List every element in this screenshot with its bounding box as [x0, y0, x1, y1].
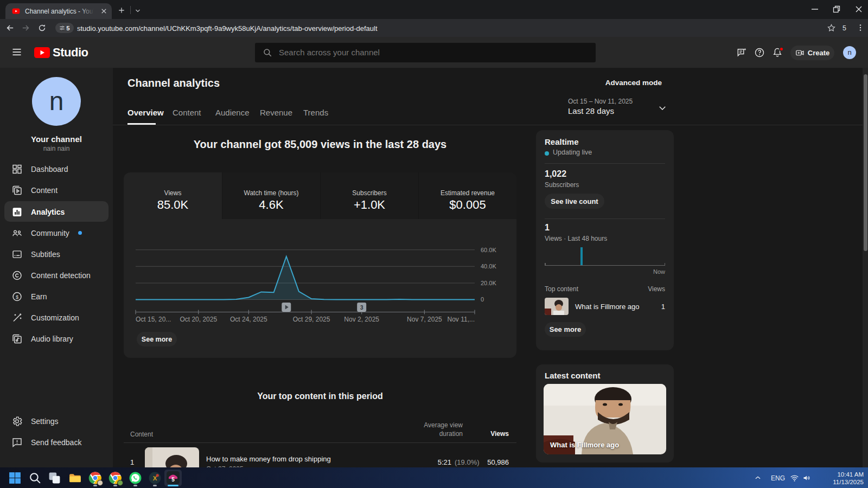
start-button-icon[interactable]	[8, 471, 22, 485]
new-tab-icon[interactable]	[118, 7, 125, 14]
realtime-card: Realtime Updating live 1,022 Subscribers…	[536, 130, 674, 350]
speaker-icon[interactable]	[802, 473, 812, 483]
sidebar-item-community[interactable]: Community	[0, 222, 113, 243]
copyright-icon	[11, 269, 23, 281]
browser-menu-icon[interactable]	[856, 23, 865, 32]
reload-icon[interactable]	[37, 23, 47, 33]
wifi-icon[interactable]	[790, 473, 799, 483]
channel-avatar[interactable]: n	[32, 77, 81, 126]
realtime-item-thumbnail[interactable]	[545, 298, 569, 315]
taskbar: X 5 ENG 10:41 AM 11/13/2025	[0, 467, 868, 488]
forward-icon[interactable]	[21, 23, 30, 33]
metric-tab-watch-time[interactable]: Watch time (hours) 4.6K	[222, 172, 320, 219]
chrome-profile2-icon[interactable]	[108, 471, 122, 485]
metric-value: +1.0K	[321, 198, 418, 212]
realtime-item-title[interactable]: What is Fillmore ago	[575, 303, 639, 311]
taskbar-search-icon[interactable]	[28, 471, 42, 485]
metric-tab-views[interactable]: Views 85.0K	[124, 172, 222, 219]
community-icon	[11, 227, 23, 239]
tab-audience[interactable]: Audience	[215, 108, 250, 117]
language-indicator[interactable]: ENG	[771, 474, 785, 482]
sidebar-item-earn[interactable]: $ Earn	[0, 286, 113, 307]
window-close-icon[interactable]	[854, 5, 863, 14]
see-more-button[interactable]: See more	[137, 332, 177, 346]
advanced-mode-link[interactable]: Advanced mode	[599, 79, 662, 87]
task-view-icon[interactable]	[48, 471, 61, 485]
date-range: Oct 15 – Nov 11, 2025	[568, 98, 633, 105]
window-minimize-icon[interactable]	[810, 5, 819, 13]
game-app-icon[interactable]: X	[148, 471, 162, 485]
toolbar-badge-count[interactable]: 5	[843, 24, 846, 32]
sidebar-item-analytics[interactable]: Analytics	[0, 201, 113, 222]
sidebar-item-label: Content	[31, 186, 58, 195]
tray-chevron-icon[interactable]	[754, 474, 762, 481]
date-preset[interactable]: Last 28 days	[568, 106, 614, 115]
tab-content[interactable]: Content	[173, 108, 201, 117]
sidebar-item-settings[interactable]: Settings	[0, 410, 113, 432]
latest-video-thumbnail[interactable]: What is Fillmore ago	[544, 384, 666, 454]
tab-trends[interactable]: Trends	[303, 108, 328, 117]
clock[interactable]: 10:41 AM 11/13/2025	[814, 471, 864, 486]
x-axis-label: Nov 7, 2025	[407, 316, 442, 323]
scrollbar-thumb[interactable]	[864, 74, 867, 251]
running-indicator	[133, 485, 137, 486]
bookmark-star-icon[interactable]	[827, 23, 836, 33]
sidebar-item-content-detection[interactable]: Content detection	[0, 265, 113, 286]
audio-library-icon	[11, 333, 23, 344]
views-line-chart[interactable]: 60.0K 40.0K 20.0K 0 Oct 15, 20... Oct 20…	[124, 219, 516, 328]
date-dropdown-chevron-icon[interactable]	[658, 103, 667, 113]
file-explorer-icon[interactable]	[68, 471, 82, 485]
subs-count: 1,022	[545, 169, 566, 179]
sidebar-item-send-feedback[interactable]: Send feedback	[0, 432, 113, 453]
whatsapp-icon[interactable]	[129, 471, 142, 485]
realtime-baseline	[545, 265, 665, 266]
sidebar-item-content[interactable]: Content	[0, 179, 113, 201]
sidebar-item-subtitles[interactable]: Subtitles	[0, 243, 113, 265]
feedback-icon[interactable]	[736, 47, 747, 58]
tray-time: 10:41 AM	[814, 471, 864, 478]
back-icon[interactable]	[5, 23, 15, 33]
site-info-badge[interactable]: 5	[55, 23, 74, 33]
create-button[interactable]: Create	[790, 46, 834, 60]
sidebar-item-customization[interactable]: Customization	[0, 307, 113, 328]
sidebar: n Your channel nain nain Dashboard Conte…	[0, 68, 113, 467]
url-text[interactable]: studio.youtube.com/channel/UChKKm3pqft-9…	[77, 24, 378, 33]
active-app-icon: 5	[167, 471, 180, 484]
account-avatar[interactable]: n	[843, 46, 856, 59]
realtime-bar	[580, 247, 583, 266]
sidebar-item-audio-library[interactable]: Audio library	[0, 328, 113, 349]
content-icon	[11, 184, 23, 196]
latest-content-title: Latest content	[545, 371, 601, 380]
see-live-count-button[interactable]: See live count	[545, 194, 604, 209]
window-restore-icon[interactable]	[832, 5, 841, 14]
realtime-see-more-button[interactable]: See more	[545, 322, 586, 337]
dashboard-icon	[11, 163, 23, 175]
search-box[interactable]: Search across your channel	[255, 43, 596, 62]
tab-list-chevron-icon[interactable]	[135, 8, 141, 14]
count-marker-chip[interactable]: 3	[357, 303, 366, 312]
realtime-bar-chart[interactable]	[545, 245, 665, 266]
sidebar-item-dashboard[interactable]: Dashboard	[0, 158, 113, 179]
col-views[interactable]: Views	[465, 430, 509, 438]
realtime-item-views: 1	[643, 303, 665, 311]
video-marker-chip[interactable]	[282, 303, 291, 312]
x-axis-label: Oct 20, 2025	[180, 316, 217, 323]
metric-label: Subscribers	[321, 189, 418, 197]
svg-text:$: $	[16, 294, 18, 299]
col-avd-line2[interactable]: duration	[409, 430, 463, 438]
x-axis-label: Oct 15, 20...	[136, 316, 171, 323]
tab-overview[interactable]: Overview	[127, 108, 164, 117]
hamburger-menu-icon[interactable]	[12, 48, 22, 56]
chrome-profile1-icon[interactable]	[88, 471, 102, 485]
create-video-icon	[795, 48, 805, 57]
tab-close-icon[interactable]	[100, 8, 107, 15]
metric-tab-subscribers[interactable]: Subscribers +1.0K	[320, 172, 418, 219]
col-avd-line1[interactable]: Average view	[409, 421, 463, 429]
metric-tab-revenue[interactable]: Estimated revenue $0.005	[418, 172, 516, 219]
help-icon[interactable]	[754, 47, 765, 58]
community-new-dot	[78, 231, 82, 235]
active-app-bg[interactable]: 5	[164, 470, 182, 486]
browser-tab[interactable]: Channel analytics - YouTube Studio	[5, 3, 112, 19]
sidebar-item-label: Settings	[31, 417, 59, 426]
tab-revenue[interactable]: Revenue	[260, 108, 292, 117]
